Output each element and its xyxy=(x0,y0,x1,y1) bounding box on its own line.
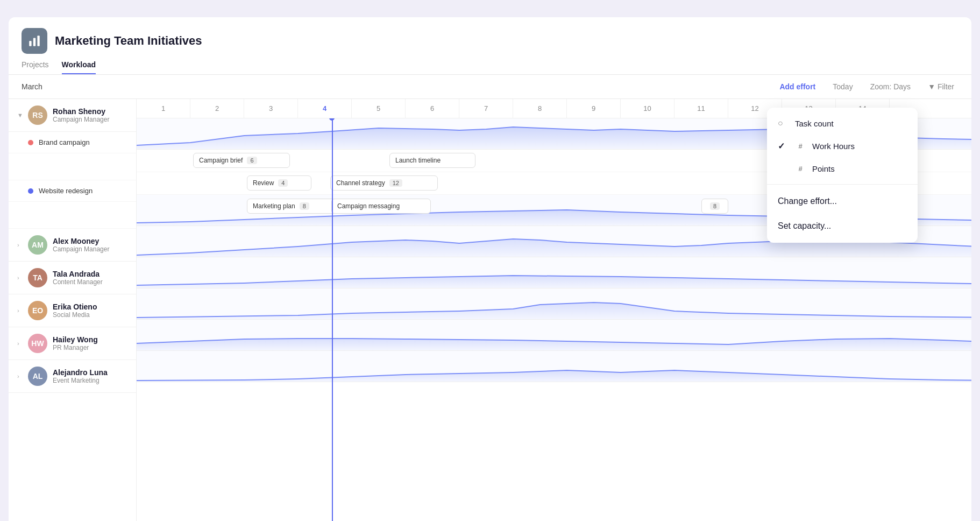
hailey-gantt-row xyxy=(137,320,971,351)
person-name-tala: Tala Andrada xyxy=(53,270,103,278)
hash-icon-points: # xyxy=(795,165,806,173)
person-name-erika: Erika Otieno xyxy=(53,302,97,311)
person-name-rohan: Rohan Shenoy xyxy=(53,107,109,116)
avatar-alex: AM xyxy=(28,235,47,255)
day-9: 9 xyxy=(567,99,621,118)
person-row-tala[interactable]: › TA Tala Andrada Content Manager xyxy=(9,262,136,294)
header: Marketing Team Initiatives Projects Work… xyxy=(9,17,971,74)
person-role-rohan: Campaign Manager xyxy=(53,116,109,123)
tala-gantt-row xyxy=(137,257,971,288)
hailey-chart xyxy=(137,320,971,351)
day-10: 10 xyxy=(621,99,674,118)
dropdown-item-points[interactable]: # Points xyxy=(767,158,918,180)
tabs: Projects Workload xyxy=(22,60,958,74)
person-row-erika[interactable]: › EO Erika Otieno Social Media xyxy=(9,294,136,327)
today-button[interactable]: Today xyxy=(828,80,857,93)
chevron-right-icon-alex: › xyxy=(17,242,24,248)
dropdown-actions-section: Change effort... Set capacity... xyxy=(767,185,918,243)
project-row-website[interactable]: Website redesign xyxy=(9,180,136,202)
day-5: 5 xyxy=(352,99,406,118)
toolbar-month: March xyxy=(22,82,766,91)
person-role-erika: Social Media xyxy=(53,311,97,319)
checkmark-icon: ✓ xyxy=(778,141,789,151)
avatar-rohan: RS xyxy=(28,105,47,125)
dropdown-menu: ○ Task count ✓ # Work Hours # Points Cha… xyxy=(767,108,918,243)
svg-rect-2 xyxy=(37,36,39,46)
person-name-hailey: Hailey Wong xyxy=(53,335,98,344)
project-row-brand[interactable]: Brand campaign xyxy=(9,132,136,153)
zoom-button[interactable]: Zoom: Days xyxy=(866,80,915,93)
hash-icon-work: # xyxy=(795,142,806,150)
person-role-alejandro: Event Marketing xyxy=(53,377,108,384)
task-channel-strategy[interactable]: Channel strategy 12 xyxy=(330,175,438,191)
task-review[interactable]: Review 4 xyxy=(247,175,311,191)
person-role-tala: Content Manager xyxy=(53,278,103,286)
day-3: 3 xyxy=(244,99,298,118)
tab-workload[interactable]: Workload xyxy=(62,60,96,74)
erika-gantt-row xyxy=(137,288,971,320)
toolbar: March Add effort Today Zoom: Days ▼ Filt… xyxy=(9,75,971,98)
filter-button[interactable]: ▼ Filter xyxy=(924,80,958,93)
chevron-right-icon-tala: › xyxy=(17,274,24,281)
dropdown-item-task-count[interactable]: ○ Task count xyxy=(767,112,918,135)
project-name-website: Website redesign xyxy=(39,187,93,195)
person-row-alejandro[interactable]: › AL Alejandro Luna Event Marketing xyxy=(9,360,136,393)
dropdown-change-effort[interactable]: Change effort... xyxy=(767,189,918,214)
avatar-alejandro: AL xyxy=(28,367,47,386)
chevron-right-icon-erika: › xyxy=(17,307,24,314)
person-row-hailey[interactable]: › HW Hailey Wong PR Manager xyxy=(9,327,136,360)
day-4: 4 xyxy=(298,99,352,118)
chevron-right-icon-alejandro: › xyxy=(17,373,24,379)
dropdown-set-capacity[interactable]: Set capacity... xyxy=(767,214,918,238)
app-icon xyxy=(22,28,47,54)
filter-icon: ▼ xyxy=(928,82,938,91)
erika-chart xyxy=(137,288,971,320)
svg-rect-1 xyxy=(33,38,35,46)
person-name-alex: Alex Mooney xyxy=(53,237,109,245)
person-name-alejandro: Alejandro Luna xyxy=(53,368,108,377)
circle-check-icon: ○ xyxy=(778,118,789,128)
add-effort-button[interactable]: Add effort xyxy=(775,80,820,93)
day-11: 11 xyxy=(674,99,728,118)
task-campaign-brief[interactable]: Campaign brief 6 xyxy=(193,153,290,168)
person-role-hailey: PR Manager xyxy=(53,344,98,351)
project-dot-brand xyxy=(28,140,33,145)
day-1: 1 xyxy=(137,99,190,118)
project-name-brand: Brand campaign xyxy=(39,138,90,146)
dropdown-effort-section: ○ Task count ✓ # Work Hours # Points xyxy=(767,108,918,185)
app-title: Marketing Team Initiatives xyxy=(55,34,202,48)
person-role-alex: Campaign Manager xyxy=(53,245,109,253)
day-6: 6 xyxy=(406,99,459,118)
dropdown-item-work-hours[interactable]: ✓ # Work Hours xyxy=(767,135,918,158)
task-marketing-plan[interactable]: Marketing plan 8 xyxy=(247,199,341,214)
avatar-hailey: HW xyxy=(28,334,47,353)
svg-rect-0 xyxy=(29,41,31,46)
avatar-tala: TA xyxy=(28,268,47,287)
alejandro-gantt-row xyxy=(137,351,971,382)
day-7: 7 xyxy=(459,99,513,118)
task-campaign-messaging[interactable]: Campaign messaging xyxy=(331,199,431,214)
avatar-erika: EO xyxy=(28,301,47,320)
tala-chart xyxy=(137,257,971,288)
day-8: 8 xyxy=(513,99,567,118)
person-row-rohan[interactable]: ▼ RS Rohan Shenoy Campaign Manager xyxy=(9,99,136,132)
day-2: 2 xyxy=(190,99,244,118)
today-line xyxy=(332,99,333,521)
chevron-right-icon-hailey: › xyxy=(17,340,24,347)
task-launch-timeline[interactable]: Launch timeline xyxy=(389,153,475,168)
left-panel: ▼ RS Rohan Shenoy Campaign Manager Brand… xyxy=(9,99,137,521)
person-row-alex[interactable]: › AM Alex Mooney Campaign Manager xyxy=(9,229,136,262)
tab-projects[interactable]: Projects xyxy=(22,60,49,74)
task-website-count[interactable]: 8 xyxy=(701,199,728,214)
alejandro-chart xyxy=(137,351,971,382)
project-dot-website xyxy=(28,188,33,194)
chevron-down-icon: ▼ xyxy=(17,112,24,118)
